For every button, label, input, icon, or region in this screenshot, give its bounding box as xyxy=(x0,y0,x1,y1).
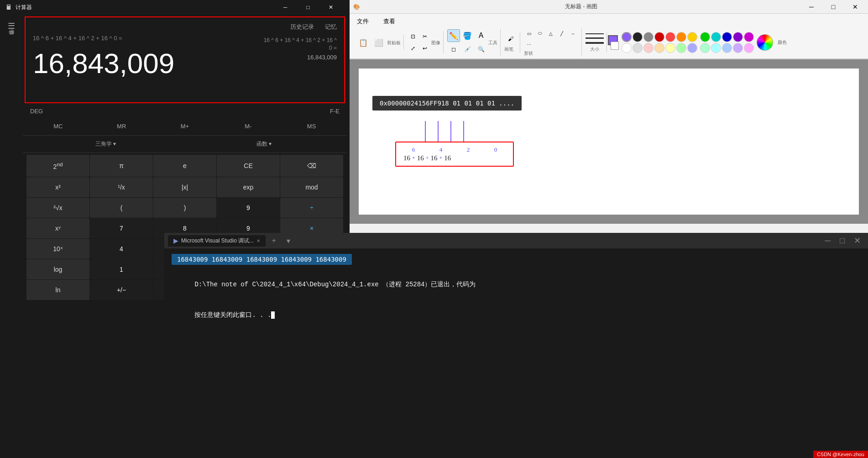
menu-view[interactable]: 查看 xyxy=(380,16,399,26)
pick-color-button[interactable]: 💉 xyxy=(461,43,474,56)
btn-sqrt[interactable]: ²√x xyxy=(26,198,89,218)
clipboard-button[interactable]: 📋 xyxy=(356,35,371,50)
btn-7[interactable]: 7 xyxy=(90,218,153,238)
color-white-circle[interactable] xyxy=(622,43,632,53)
terminal-close[interactable]: ✕ xyxy=(850,234,864,247)
shape-triangle[interactable]: △ xyxy=(546,28,556,38)
color-lightgreen-circle[interactable] xyxy=(676,43,686,53)
trig-button[interactable]: 三角学 ▾ xyxy=(26,137,185,151)
shape-arrow[interactable]: → xyxy=(568,28,578,38)
eraser-button[interactable]: ◻ xyxy=(447,43,460,56)
color-indigo-circle[interactable] xyxy=(733,32,743,42)
color-purple-circle[interactable] xyxy=(622,32,632,42)
color-cyan-circle[interactable] xyxy=(711,32,721,42)
terminal-maximize[interactable]: □ xyxy=(836,234,848,247)
color-lightblue-circle[interactable] xyxy=(687,43,697,53)
color-lightyellow-circle[interactable] xyxy=(665,43,675,53)
color-lavender-circle[interactable] xyxy=(733,43,743,53)
color-black-circle[interactable] xyxy=(633,32,643,42)
btn-square[interactable]: x² xyxy=(26,177,89,197)
color-gray-circle[interactable] xyxy=(643,32,654,42)
color-yellow-circle[interactable] xyxy=(687,32,697,42)
history-link[interactable]: 历史记录 xyxy=(290,23,314,31)
btn-abs[interactable]: |x| xyxy=(153,177,216,197)
pencil-button[interactable]: ✏️ xyxy=(447,29,460,42)
resize-button[interactable]: ⤢ xyxy=(408,43,418,54)
paint-minimize[interactable]: ─ xyxy=(802,0,821,13)
text-button[interactable]: A xyxy=(475,29,487,42)
btn-2nd[interactable]: 2nd xyxy=(26,155,89,177)
btn-9a[interactable]: 9 xyxy=(217,198,280,218)
btn-recip[interactable]: ¹/x xyxy=(90,177,153,197)
mr-button[interactable]: MR xyxy=(90,119,153,133)
calc-titlebar-controls: ─ □ ✕ xyxy=(275,0,341,15)
rotate-button[interactable]: ↩ xyxy=(419,43,430,54)
color-lightcyan-circle[interactable] xyxy=(711,43,721,53)
crop-image-button[interactable]: ✂ xyxy=(419,31,430,42)
btn-ln[interactable]: ln xyxy=(26,280,89,300)
btn-rparen[interactable]: ) xyxy=(153,198,216,218)
deg-mode[interactable]: DEG xyxy=(30,108,43,115)
color-lightgray-circle[interactable] xyxy=(633,43,643,53)
paint-canvas-area[interactable]: 0x00000024156FF918 01 01 01 01 .... 6 4 … xyxy=(350,59,868,224)
color-pink-circle[interactable] xyxy=(744,43,754,53)
btn-10x[interactable]: 10ˣ xyxy=(26,239,89,259)
btn-pi[interactable]: π xyxy=(90,155,153,177)
btn-exp[interactable]: exp xyxy=(217,177,280,197)
paint-maximize[interactable]: □ xyxy=(824,0,842,13)
color-blue-circle[interactable] xyxy=(722,32,732,42)
btn-e[interactable]: e xyxy=(153,155,216,177)
btn-divide[interactable]: ÷ xyxy=(280,198,343,218)
menu-file[interactable]: 文件 xyxy=(353,16,372,26)
fill-button[interactable]: 🪣 xyxy=(461,29,474,42)
terminal-tab-vs[interactable]: ▶ Microsoft Visual Studio 调试... ✕ xyxy=(168,235,266,247)
background-color[interactable] xyxy=(611,42,619,50)
clipboard-label: 剪贴板 xyxy=(387,40,401,46)
shape-line[interactable]: ╱ xyxy=(557,28,567,38)
mminus-button[interactable]: M- xyxy=(216,119,280,133)
color-orange-circle[interactable] xyxy=(676,32,686,42)
mc-button[interactable]: MC xyxy=(26,119,90,133)
terminal-tab-close[interactable]: ✕ xyxy=(256,238,260,243)
btn-4[interactable]: 4 xyxy=(90,239,153,259)
hamburger-menu[interactable]: ☰ xyxy=(5,18,18,34)
color-lightorange-circle[interactable] xyxy=(654,43,664,53)
btn-lparen[interactable]: ( xyxy=(90,198,153,218)
magnifier-button[interactable]: 🔍 xyxy=(475,43,487,56)
btn-mod[interactable]: mod xyxy=(280,177,343,197)
color-darkred-circle[interactable] xyxy=(654,32,664,42)
color-green-circle[interactable] xyxy=(700,32,710,42)
color-violet-circle[interactable] xyxy=(744,32,754,42)
memory-link[interactable]: 记忆 xyxy=(325,23,337,31)
terminal-minimize[interactable]: ─ xyxy=(821,234,834,247)
color-mint-circle[interactable] xyxy=(700,43,710,53)
brush-button[interactable]: 🖌 xyxy=(504,32,517,45)
tab-dropdown[interactable]: ▾ xyxy=(282,234,295,247)
shape-more[interactable]: ⋯ xyxy=(524,39,534,49)
shape-ellipse[interactable]: ⬭ xyxy=(535,28,545,38)
btn-negate[interactable]: +/− xyxy=(90,280,153,300)
functions-button[interactable]: 函数 ▾ xyxy=(185,137,343,151)
color-red-circle[interactable] xyxy=(665,32,675,42)
minimize-button[interactable]: ─ xyxy=(275,0,296,15)
mplus-button[interactable]: M+ xyxy=(153,119,217,133)
crop-button[interactable]: ⬜ xyxy=(371,35,386,50)
btn-power[interactable]: xʸ xyxy=(26,218,89,238)
btn-ce[interactable]: CE xyxy=(217,155,280,177)
edit-colors-button[interactable] xyxy=(757,34,773,51)
ms-button[interactable]: MS xyxy=(280,119,343,133)
btn-backspace[interactable]: ⌫ xyxy=(280,155,343,177)
color-lightred-circle[interactable] xyxy=(643,43,654,53)
btn-log[interactable]: log xyxy=(26,259,89,279)
btn-1[interactable]: 1 xyxy=(90,259,153,279)
new-tab-button[interactable]: + xyxy=(267,234,280,247)
maximize-button[interactable]: □ xyxy=(298,0,319,15)
paint-close[interactable]: ✕ xyxy=(846,0,864,13)
select-button[interactable]: ⊡ xyxy=(408,31,418,42)
fe-mode[interactable]: F-E xyxy=(330,108,340,115)
paint-toolbar: 📋 ⬜ 剪贴板 ⊡ ✂ ⤢ ↩ xyxy=(353,28,864,57)
color-skyblue-circle[interactable] xyxy=(722,43,732,53)
shape-rect[interactable]: ▭ xyxy=(524,28,534,38)
close-button[interactable]: ✕ xyxy=(320,0,341,15)
paint-canvas[interactable]: 0x00000024156FF918 01 01 01 01 .... 6 4 … xyxy=(359,68,859,215)
